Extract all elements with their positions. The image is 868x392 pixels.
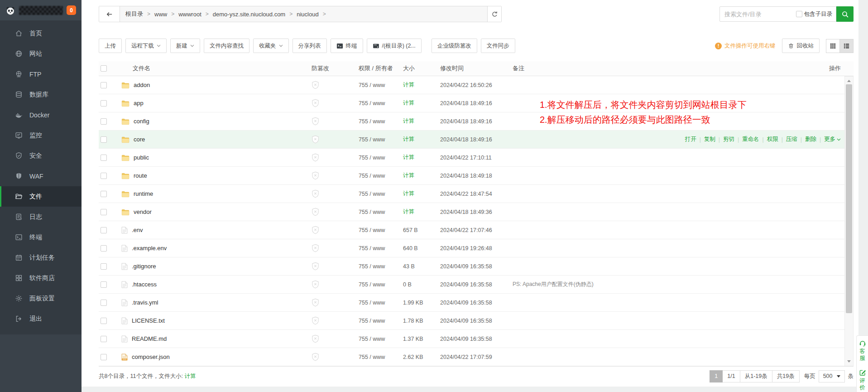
file-row-addon[interactable]: addon755 / www计算2024/04/22 16:50:26: [99, 76, 854, 94]
file-perm[interactable]: 755 / www: [355, 118, 399, 125]
calc-size-link[interactable]: 计算: [403, 190, 414, 197]
calc-size-link[interactable]: 计算: [403, 208, 414, 215]
file-row-composer.json[interactable]: composer.json755 / www2.62 KB2024/04/22 …: [99, 348, 854, 366]
file-perm[interactable]: 755 / www: [355, 263, 399, 270]
file-name[interactable]: route: [134, 172, 147, 179]
per-page-select[interactable]: 500: [819, 370, 845, 382]
sidebar-item-settings[interactable]: 面板设置: [0, 288, 82, 309]
calc-size-link[interactable]: 计算: [403, 172, 414, 179]
sidebar-item-site[interactable]: 网站: [0, 44, 82, 64]
file-perm[interactable]: 755 / www: [355, 336, 399, 342]
back-button[interactable]: [99, 6, 120, 22]
tamper-shield-icon[interactable]: [312, 189, 319, 198]
scroll-down-arrow-icon[interactable]: [847, 360, 851, 363]
file-row-LICENSE.txt[interactable]: LICENSE.txt755 / www1.78 KB2024/04/09 16…: [99, 312, 854, 330]
tamper-shield-icon[interactable]: [312, 171, 319, 180]
row-action-打开[interactable]: 打开: [685, 136, 696, 143]
recycle-bin-button[interactable]: 回收站: [782, 39, 820, 53]
tamper-shield-icon[interactable]: [312, 280, 319, 289]
sidebar-item-cron[interactable]: 计划任务: [0, 247, 82, 268]
select-all-checkbox[interactable]: [101, 65, 107, 72]
file-perm[interactable]: 755 / www: [355, 227, 399, 233]
toolbar-tamper-proof-button[interactable]: 企业级防篡改: [432, 39, 477, 53]
row-checkbox[interactable]: [101, 173, 107, 179]
row-checkbox[interactable]: [101, 318, 107, 324]
include-subdir-option[interactable]: 包含子目录: [796, 10, 833, 18]
tamper-shield-icon[interactable]: [312, 153, 319, 162]
file-perm[interactable]: 755 / www: [355, 354, 399, 360]
file-name[interactable]: .env: [132, 227, 143, 233]
file-row-runtime[interactable]: runtime755 / www计算2024/04/22 18:47:54: [99, 185, 854, 203]
file-name[interactable]: public: [134, 154, 149, 161]
file-perm[interactable]: 755 / www: [355, 191, 399, 197]
list-view-button[interactable]: [839, 39, 854, 53]
vertical-scrollbar[interactable]: [844, 76, 854, 366]
row-action-权限[interactable]: 权限: [767, 136, 778, 143]
row-checkbox[interactable]: [101, 118, 107, 125]
calc-total-size-link[interactable]: 计算: [184, 373, 196, 379]
header-size[interactable]: 大小: [399, 64, 440, 73]
file-row-core[interactable]: core755 / www计算2024/04/18 18:49:16打开|复制|…: [99, 131, 854, 149]
file-row-.env[interactable]: .env755 / www657 B2024/04/22 17:07:46: [99, 221, 854, 239]
file-perm[interactable]: 755 / www: [355, 300, 399, 306]
header-perm[interactable]: 权限 / 所有者: [355, 64, 399, 73]
breadcrumb-item[interactable]: 根目录: [125, 10, 143, 18]
search-button[interactable]: [836, 6, 854, 22]
search-input[interactable]: [720, 11, 796, 18]
sidebar-item-security[interactable]: 安全: [0, 145, 82, 166]
tamper-shield-icon[interactable]: [312, 226, 319, 234]
file-perm[interactable]: 755 / www: [355, 281, 399, 288]
tamper-shield-icon[interactable]: [312, 117, 319, 126]
scrollbar-thumb[interactable]: [846, 84, 852, 313]
toolbar-remote-download-button[interactable]: 远程下载: [125, 39, 167, 53]
sidebar-item-waf[interactable]: WAF: [0, 166, 82, 186]
file-name[interactable]: .example.env: [132, 245, 167, 252]
file-row-vendor[interactable]: vendor755 / www计算2024/04/18 18:49:36: [99, 203, 854, 221]
notification-badge[interactable]: 0: [67, 5, 76, 15]
header-mtime[interactable]: 修改时间: [440, 64, 513, 73]
toolbar-file-sync-button[interactable]: 文件同步: [481, 39, 515, 53]
row-checkbox[interactable]: [101, 191, 107, 197]
sidebar-item-monitor[interactable]: 监控: [0, 125, 82, 145]
tamper-shield-icon[interactable]: [312, 353, 319, 361]
file-row-route[interactable]: route755 / www计算2024/04/18 18:49:18: [99, 167, 854, 185]
row-action-more[interactable]: 更多: [824, 136, 841, 143]
file-perm[interactable]: 755 / www: [355, 136, 399, 143]
toolbar-upload-button[interactable]: 上传: [99, 39, 122, 53]
row-checkbox[interactable]: [101, 281, 107, 288]
grid-view-button[interactable]: [826, 39, 840, 53]
file-name[interactable]: .gitignore: [132, 263, 156, 270]
tamper-shield-icon[interactable]: [312, 81, 319, 89]
tamper-shield-icon[interactable]: [312, 334, 319, 343]
row-checkbox[interactable]: [101, 227, 107, 233]
file-name[interactable]: core: [134, 136, 145, 143]
file-perm[interactable]: 755 / www: [355, 173, 399, 179]
file-name[interactable]: addon: [134, 82, 150, 88]
row-checkbox[interactable]: [101, 209, 107, 215]
file-row-.gitignore[interactable]: .gitignore755 / www43 B2024/04/09 16:35:…: [99, 257, 854, 276]
row-checkbox[interactable]: [101, 263, 107, 270]
file-row-app[interactable]: app755 / www计算2024/04/18 18:49:16: [99, 94, 854, 112]
row-action-删除[interactable]: 删除: [805, 136, 816, 143]
toolbar-share-list-button[interactable]: 分享列表: [293, 39, 327, 53]
row-action-剪切[interactable]: 剪切: [723, 136, 734, 143]
calc-size-link[interactable]: 计算: [403, 154, 414, 160]
file-name[interactable]: LICENSE.txt: [132, 317, 165, 324]
sidebar-item-home[interactable]: 首页: [0, 23, 82, 44]
calc-size-link[interactable]: 计算: [403, 100, 414, 106]
file-row-config[interactable]: config755 / www计算2024/04/18 18:49:16: [99, 112, 854, 131]
row-checkbox[interactable]: [101, 300, 107, 306]
sidebar-item-logout[interactable]: 退出: [0, 309, 82, 329]
file-name[interactable]: .travis.yml: [132, 299, 158, 306]
file-name[interactable]: README.md: [132, 335, 167, 342]
row-action-重命名[interactable]: 重命名: [742, 136, 759, 143]
row-checkbox[interactable]: [101, 100, 107, 106]
file-row-.travis.yml[interactable]: .travis.yml755 / www1.99 KB2024/04/09 16…: [99, 294, 854, 312]
calc-size-link[interactable]: 计算: [403, 136, 414, 142]
scroll-up-arrow-icon[interactable]: [847, 80, 851, 82]
row-action-压缩[interactable]: 压缩: [786, 136, 797, 143]
file-row-.htaccess[interactable]: .htaccess755 / www0 B2024/04/09 16:35:58…: [99, 276, 854, 294]
file-perm[interactable]: 755 / www: [355, 245, 399, 252]
row-checkbox[interactable]: [101, 354, 107, 360]
tamper-shield-icon[interactable]: [312, 99, 319, 107]
